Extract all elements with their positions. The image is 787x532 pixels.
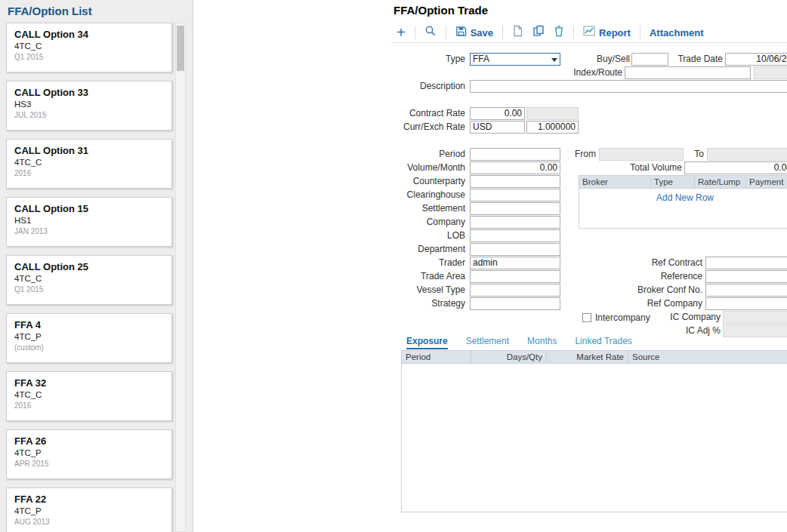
- label-description: Description: [367, 80, 465, 93]
- list-item-period: JUL 2015: [14, 111, 164, 119]
- ref-contract-input[interactable]: [705, 257, 787, 269]
- strategy-input[interactable]: [470, 297, 560, 310]
- list-item-name: CALL Option 25: [14, 261, 164, 272]
- exposure-col-header: Days/Qty: [471, 351, 547, 363]
- toolbar-separator: [446, 26, 446, 39]
- delete-icon[interactable]: [554, 25, 564, 40]
- sidebar-scrollbar-thumb[interactable]: [177, 26, 184, 71]
- exposure-col-header: Period: [402, 351, 471, 363]
- intercompany-checkbox[interactable]: [582, 313, 591, 322]
- label-ref-company: Ref Company: [639, 297, 702, 310]
- contract-rate-input[interactable]: 0.00: [470, 107, 525, 120]
- type-value: FFA: [473, 54, 489, 64]
- tab-months[interactable]: Months: [527, 336, 557, 349]
- broker-col-header: Type: [651, 176, 695, 188]
- label-type: Type: [367, 53, 465, 66]
- copy-icon[interactable]: [532, 25, 545, 40]
- broker-col-header: Payment: [746, 176, 787, 188]
- report-button[interactable]: Report: [583, 26, 631, 39]
- label-reference: Reference: [639, 270, 702, 283]
- list-item-code: 4TC_C: [14, 390, 164, 399]
- list-item[interactable]: CALL Option 31 4TC_C 2016: [6, 139, 172, 189]
- description-input[interactable]: [470, 80, 787, 93]
- currency-input[interactable]: USD: [470, 121, 525, 134]
- save-label: Save: [471, 27, 493, 38]
- exposure-table-header: Period Days/Qty Market Rate Source Expos…: [402, 351, 787, 364]
- label-period: Period: [367, 148, 465, 161]
- save-button[interactable]: Save: [455, 26, 493, 39]
- period-input[interactable]: [470, 148, 560, 161]
- list-item[interactable]: FFA 22 4TC_P AUG 2013: [6, 487, 172, 532]
- label-counterparty: Counterparty: [367, 175, 465, 188]
- list-item-code: HS3: [14, 100, 164, 109]
- label-trade-area: Trade Area: [367, 270, 465, 283]
- toolbar-separator: [640, 26, 640, 39]
- broker-table: Broker Type Rate/Lump Payment Add New Ro…: [579, 175, 787, 229]
- list-item-name: FFA 26: [14, 435, 164, 447]
- label-trader: Trader: [367, 257, 465, 269]
- trade-area-input[interactable]: [470, 270, 560, 283]
- sidebar-scrollbar[interactable]: [175, 23, 186, 532]
- main-panel: FFA/Option Trade + Save: [193, 0, 787, 532]
- reference-input[interactable]: [705, 270, 787, 283]
- counterparty-input[interactable]: [470, 175, 560, 188]
- exposure-table-body: [402, 364, 787, 512]
- chevron-down-icon: [551, 58, 557, 62]
- app-root: FFA/Option List CALL Option 34 4TC_C Q1 …: [0, 0, 787, 532]
- broker-conf-no-input[interactable]: [705, 284, 787, 297]
- lob-input[interactable]: [470, 229, 560, 242]
- list-item[interactable]: CALL Option 33 HS3 JUL 2015: [6, 81, 172, 131]
- department-input[interactable]: [470, 243, 560, 256]
- tab-linked-trades[interactable]: Linked Trades: [575, 336, 631, 349]
- index-route-input[interactable]: [625, 66, 751, 79]
- search-icon[interactable]: [424, 25, 437, 40]
- tab-settlement[interactable]: Settlement: [466, 336, 509, 349]
- list-item-name: CALL Option 15: [14, 203, 164, 214]
- tab-exposure[interactable]: Exposure: [406, 336, 448, 349]
- label-volume-month: Volume/Month: [367, 161, 465, 174]
- broker-col-header: Broker: [579, 176, 651, 188]
- list-item[interactable]: CALL Option 25 4TC_C Q1 2015: [6, 255, 172, 305]
- list-item-code: 4TC_C: [14, 158, 164, 167]
- list-item-name: FFA 32: [14, 377, 164, 389]
- list-item[interactable]: CALL Option 15 HS1 JAN 2013: [6, 197, 172, 247]
- label-ref-contract: Ref Contract: [639, 257, 702, 269]
- exposure-col-header: Source: [628, 351, 787, 363]
- list-item[interactable]: FFA 26 4TC_P APR 2015: [6, 429, 172, 479]
- list-item-name: CALL Option 34: [14, 29, 164, 40]
- volume-month-input[interactable]: 0.00: [470, 161, 560, 174]
- buy-sell-input[interactable]: [631, 53, 668, 66]
- list-item[interactable]: CALL Option 34 4TC_C Q1 2015: [6, 23, 172, 72]
- list-item-period: Q1 2015: [14, 53, 164, 61]
- company-input[interactable]: [470, 216, 560, 229]
- list-item-period: AUG 2013: [14, 518, 164, 526]
- label-lob: LOB: [367, 229, 465, 242]
- type-select[interactable]: FFA: [470, 53, 560, 66]
- ic-adj-field: [723, 324, 787, 337]
- trader-input[interactable]: admin: [470, 257, 560, 269]
- add-new-row-link[interactable]: Add New Row: [579, 192, 787, 203]
- list-item[interactable]: FFA 32 4TC_C 2016: [6, 371, 172, 421]
- exposure-col-header: Market Rate: [547, 351, 628, 363]
- trade-date-input[interactable]: 10/06/20: [725, 53, 787, 66]
- settlement-input[interactable]: [470, 202, 560, 215]
- add-button[interactable]: +: [397, 26, 406, 39]
- new-document-icon[interactable]: [512, 25, 523, 40]
- label-buy-sell: Buy/Sell: [575, 53, 630, 66]
- toolbar-separator: [415, 26, 415, 39]
- label-from: From: [567, 148, 596, 161]
- clearinghouse-input[interactable]: [470, 189, 560, 201]
- label-curr-exch-rate: Curr/Exch Rate: [367, 121, 465, 134]
- attachment-label: Attachment: [650, 27, 704, 38]
- index-route-aux-field: [754, 66, 787, 79]
- list-item[interactable]: FFA 4 4TC_P (custom): [6, 313, 172, 363]
- exch-rate-input[interactable]: 1.000000: [526, 121, 579, 134]
- list-item-code: 4TC_P: [14, 448, 164, 457]
- broker-col-header: Rate/Lump: [695, 176, 746, 188]
- vessel-type-input[interactable]: [470, 284, 560, 297]
- total-volume-input[interactable]: 0.00: [684, 161, 787, 174]
- toolbar-separator: [502, 26, 503, 39]
- exposure-table: Period Days/Qty Market Rate Source Expos…: [401, 350, 787, 512]
- attachment-button[interactable]: Attachment: [650, 27, 704, 38]
- ref-company-input[interactable]: [705, 297, 787, 310]
